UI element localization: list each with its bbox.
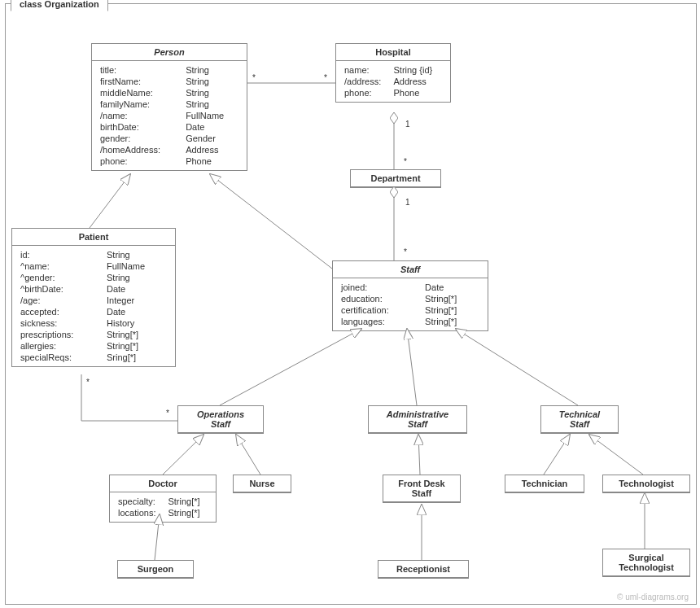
class-body: joined:Dateeducation:String[*]certificat… [333, 278, 488, 330]
class-technician: Technician [505, 475, 584, 493]
class-front-desk-staff: Front DeskStaff [383, 475, 461, 503]
class-technologist: Technologist [602, 475, 690, 493]
multiplicity-label: 1 [405, 120, 410, 129]
multiplicity-label: * [166, 409, 169, 418]
class-surgical-technologist: SurgicalTechnologist [602, 549, 690, 577]
multiplicity-label: * [252, 73, 256, 82]
class-title: AdministrativeStaff [369, 406, 466, 433]
class-title: Department [351, 170, 440, 187]
package-title: class Organization [11, 0, 108, 11]
class-title: Hospital [336, 44, 450, 61]
class-title: Nurse [234, 475, 291, 492]
class-body: title:StringfirstName:StringmiddleName:S… [92, 61, 247, 170]
class-nurse: Nurse [233, 475, 291, 493]
class-title: Patient [12, 229, 175, 246]
watermark: © uml-diagrams.org [617, 593, 689, 601]
class-department: Department [350, 169, 441, 188]
diagram-canvas: class Organization Person title:Stringfi… [0, 0, 700, 608]
class-technical-staff: TechnicalStaff [540, 405, 619, 434]
class-staff: Staff joined:Dateeducation:String[*]cert… [332, 260, 488, 331]
class-operations-staff: OperationsStaff [177, 405, 264, 434]
multiplicity-label: * [86, 378, 90, 387]
class-title: Staff [333, 261, 488, 278]
multiplicity-label: * [324, 73, 327, 82]
class-doctor: Doctor specialty:String[*]locations:Stri… [109, 475, 217, 523]
class-person: Person title:StringfirstName:Stringmiddl… [91, 43, 247, 171]
class-title: Receptionist [378, 561, 468, 578]
class-body: id:String^name:FullName^gender:String^bi… [12, 246, 175, 366]
class-title: SurgicalTechnologist [603, 549, 689, 576]
class-title: Front DeskStaff [383, 475, 460, 502]
class-title: Technician [505, 475, 584, 492]
class-body: specialty:String[*]locations:String[*] [110, 492, 216, 522]
multiplicity-label: 1 [405, 198, 410, 207]
class-title: Doctor [110, 475, 216, 492]
class-hospital: Hospital name:String {id}/address:Addres… [335, 43, 451, 103]
class-receptionist: Receptionist [378, 560, 469, 579]
class-body: name:String {id}/address:Addressphone:Ph… [336, 61, 450, 102]
class-patient: Patient id:String^name:FullName^gender:S… [11, 228, 176, 367]
class-title: Surgeon [118, 561, 193, 578]
multiplicity-label: * [404, 157, 407, 166]
class-administrative-staff: AdministrativeStaff [368, 405, 467, 434]
class-title: Person [92, 44, 247, 61]
class-title: Technologist [603, 475, 689, 492]
class-title: OperationsStaff [178, 406, 263, 433]
multiplicity-label: * [404, 247, 407, 256]
class-title: TechnicalStaff [541, 406, 618, 433]
class-surgeon: Surgeon [117, 560, 194, 579]
